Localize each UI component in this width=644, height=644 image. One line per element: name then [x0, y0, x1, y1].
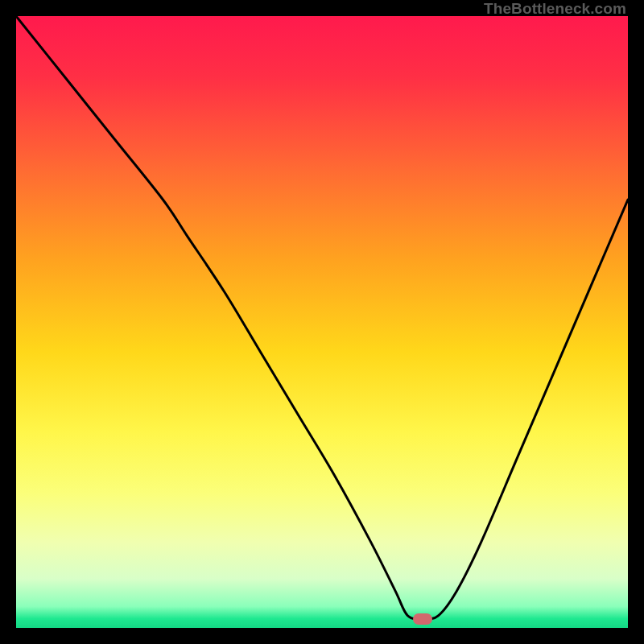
chart-frame: TheBottleneck.com: [0, 0, 644, 644]
watermark-text: TheBottleneck.com: [484, 0, 626, 18]
plot-area: [16, 16, 628, 628]
optimal-point-marker: [413, 613, 432, 625]
bottleneck-curve: [16, 16, 628, 628]
